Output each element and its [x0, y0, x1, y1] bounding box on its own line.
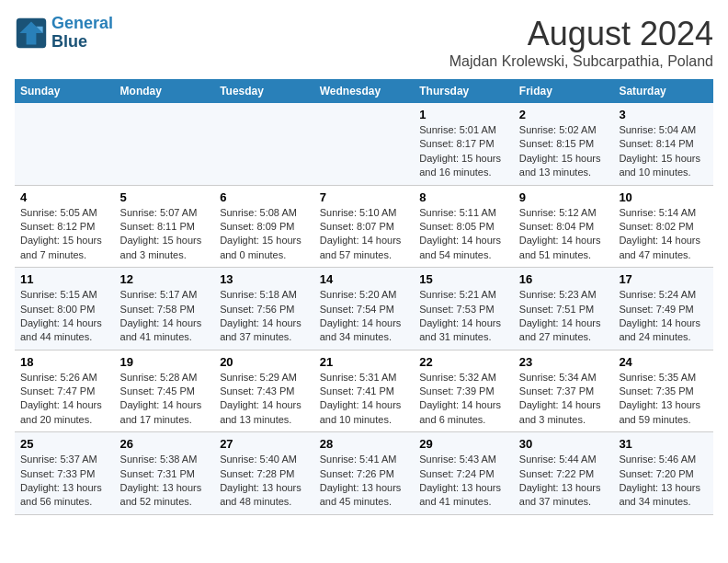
day-info: Sunrise: 5:46 AMSunset: 7:20 PMDaylight:… — [619, 453, 708, 510]
day-cell: 15Sunrise: 5:21 AMSunset: 7:53 PMDayligh… — [414, 268, 514, 350]
day-cell: 19Sunrise: 5:28 AMSunset: 7:45 PMDayligh… — [115, 350, 215, 432]
day-number: 26 — [120, 437, 210, 451]
day-cell: 22Sunrise: 5:32 AMSunset: 7:39 PMDayligh… — [414, 350, 514, 432]
header-cell-tuesday: Tuesday — [214, 79, 314, 103]
day-info: Sunrise: 5:24 AMSunset: 7:49 PMDaylight:… — [619, 288, 708, 345]
day-number: 6 — [220, 190, 309, 204]
day-cell: 7Sunrise: 5:10 AMSunset: 8:07 PMDaylight… — [314, 185, 415, 268]
day-number: 19 — [120, 355, 210, 369]
day-info: Sunrise: 5:12 AMSunset: 8:04 PMDaylight:… — [519, 206, 609, 263]
day-number: 5 — [120, 190, 210, 204]
day-number: 29 — [419, 437, 508, 451]
day-info: Sunrise: 5:10 AMSunset: 8:07 PMDaylight:… — [320, 206, 409, 263]
day-info: Sunrise: 5:28 AMSunset: 7:45 PMDaylight:… — [120, 371, 210, 428]
day-cell: 24Sunrise: 5:35 AMSunset: 7:35 PMDayligh… — [613, 350, 713, 432]
week-row-3: 11Sunrise: 5:15 AMSunset: 8:00 PMDayligh… — [15, 268, 713, 350]
day-info: Sunrise: 5:41 AMSunset: 7:26 PMDaylight:… — [320, 453, 409, 510]
calendar-header: SundayMondayTuesdayWednesdayThursdayFrid… — [15, 79, 713, 103]
title-section: August 2024 Majdan Krolewski, Subcarpath… — [449, 15, 713, 70]
day-number: 14 — [320, 272, 409, 286]
day-cell: 30Sunrise: 5:44 AMSunset: 7:22 PMDayligh… — [514, 432, 614, 515]
day-info: Sunrise: 5:20 AMSunset: 7:54 PMDaylight:… — [320, 288, 409, 345]
day-cell: 1Sunrise: 5:01 AMSunset: 8:17 PMDaylight… — [414, 103, 514, 185]
day-number: 16 — [519, 272, 609, 286]
day-info: Sunrise: 5:31 AMSunset: 7:41 PMDaylight:… — [320, 371, 409, 428]
day-cell: 6Sunrise: 5:08 AMSunset: 8:09 PMDaylight… — [214, 185, 314, 268]
day-number: 30 — [519, 437, 609, 451]
day-cell: 25Sunrise: 5:37 AMSunset: 7:33 PMDayligh… — [15, 432, 115, 515]
day-info: Sunrise: 5:44 AMSunset: 7:22 PMDaylight:… — [519, 453, 609, 510]
day-number: 31 — [619, 437, 708, 451]
day-cell: 16Sunrise: 5:23 AMSunset: 7:51 PMDayligh… — [514, 268, 614, 350]
day-cell — [115, 103, 215, 185]
day-number: 10 — [619, 190, 708, 204]
location-subtitle: Majdan Krolewski, Subcarpathia, Poland — [449, 53, 713, 70]
header-cell-friday: Friday — [514, 79, 614, 103]
day-info: Sunrise: 5:18 AMSunset: 7:56 PMDaylight:… — [220, 288, 309, 345]
day-cell: 17Sunrise: 5:24 AMSunset: 7:49 PMDayligh… — [613, 268, 713, 350]
page-header: General Blue August 2024 Majdan Krolewsk… — [15, 15, 713, 70]
day-info: Sunrise: 5:35 AMSunset: 7:35 PMDaylight:… — [619, 371, 708, 428]
day-info: Sunrise: 5:34 AMSunset: 7:37 PMDaylight:… — [519, 371, 609, 428]
day-cell: 14Sunrise: 5:20 AMSunset: 7:54 PMDayligh… — [314, 268, 415, 350]
day-number: 7 — [320, 190, 409, 204]
day-number: 2 — [519, 108, 609, 121]
day-number: 23 — [519, 355, 609, 369]
day-info: Sunrise: 5:21 AMSunset: 7:53 PMDaylight:… — [419, 288, 508, 345]
logo: General Blue — [15, 15, 113, 52]
day-number: 12 — [120, 272, 210, 286]
calendar-body: 1Sunrise: 5:01 AMSunset: 8:17 PMDaylight… — [15, 103, 713, 514]
day-cell — [214, 103, 314, 185]
logo-text: General Blue — [51, 15, 113, 52]
day-cell: 21Sunrise: 5:31 AMSunset: 7:41 PMDayligh… — [314, 350, 415, 432]
day-info: Sunrise: 5:32 AMSunset: 7:39 PMDaylight:… — [419, 371, 508, 428]
day-info: Sunrise: 5:05 AMSunset: 8:12 PMDaylight:… — [20, 206, 109, 263]
day-number: 28 — [320, 437, 409, 451]
day-info: Sunrise: 5:43 AMSunset: 7:24 PMDaylight:… — [419, 453, 508, 510]
day-number: 4 — [20, 190, 109, 204]
day-cell: 13Sunrise: 5:18 AMSunset: 7:56 PMDayligh… — [214, 268, 314, 350]
day-info: Sunrise: 5:40 AMSunset: 7:28 PMDaylight:… — [220, 453, 309, 510]
day-info: Sunrise: 5:11 AMSunset: 8:05 PMDaylight:… — [419, 206, 508, 263]
day-number: 17 — [619, 272, 708, 286]
day-cell: 10Sunrise: 5:14 AMSunset: 8:02 PMDayligh… — [613, 185, 713, 268]
week-row-4: 18Sunrise: 5:26 AMSunset: 7:47 PMDayligh… — [15, 350, 713, 432]
day-cell: 9Sunrise: 5:12 AMSunset: 8:04 PMDaylight… — [514, 185, 614, 268]
day-number: 3 — [619, 108, 708, 121]
day-cell: 23Sunrise: 5:34 AMSunset: 7:37 PMDayligh… — [514, 350, 614, 432]
day-number: 9 — [519, 190, 609, 204]
day-number: 20 — [220, 355, 309, 369]
day-number: 21 — [320, 355, 409, 369]
day-cell: 5Sunrise: 5:07 AMSunset: 8:11 PMDaylight… — [115, 185, 215, 268]
day-cell: 20Sunrise: 5:29 AMSunset: 7:43 PMDayligh… — [214, 350, 314, 432]
day-cell: 11Sunrise: 5:15 AMSunset: 8:00 PMDayligh… — [15, 268, 115, 350]
day-info: Sunrise: 5:14 AMSunset: 8:02 PMDaylight:… — [619, 206, 708, 263]
header-row: SundayMondayTuesdayWednesdayThursdayFrid… — [15, 79, 713, 103]
day-cell: 12Sunrise: 5:17 AMSunset: 7:58 PMDayligh… — [115, 268, 215, 350]
day-number: 13 — [220, 272, 309, 286]
day-cell: 27Sunrise: 5:40 AMSunset: 7:28 PMDayligh… — [214, 432, 314, 515]
day-info: Sunrise: 5:38 AMSunset: 7:31 PMDaylight:… — [120, 453, 210, 510]
header-cell-saturday: Saturday — [613, 79, 713, 103]
day-cell: 2Sunrise: 5:02 AMSunset: 8:15 PMDaylight… — [514, 103, 614, 185]
day-info: Sunrise: 5:26 AMSunset: 7:47 PMDaylight:… — [20, 371, 109, 428]
day-info: Sunrise: 5:08 AMSunset: 8:09 PMDaylight:… — [220, 206, 309, 263]
day-cell — [15, 103, 115, 185]
header-cell-monday: Monday — [115, 79, 215, 103]
day-number: 25 — [20, 437, 109, 451]
day-info: Sunrise: 5:01 AMSunset: 8:17 PMDaylight:… — [419, 123, 508, 180]
day-number: 18 — [20, 355, 109, 369]
day-number: 1 — [419, 108, 508, 121]
day-number: 15 — [419, 272, 508, 286]
week-row-1: 1Sunrise: 5:01 AMSunset: 8:17 PMDaylight… — [15, 103, 713, 185]
day-cell: 4Sunrise: 5:05 AMSunset: 8:12 PMDaylight… — [15, 185, 115, 268]
header-cell-sunday: Sunday — [15, 79, 115, 103]
calendar-table: SundayMondayTuesdayWednesdayThursdayFrid… — [15, 79, 713, 515]
logo-icon — [15, 17, 48, 50]
day-info: Sunrise: 5:15 AMSunset: 8:00 PMDaylight:… — [20, 288, 109, 345]
day-cell: 18Sunrise: 5:26 AMSunset: 7:47 PMDayligh… — [15, 350, 115, 432]
day-cell: 29Sunrise: 5:43 AMSunset: 7:24 PMDayligh… — [414, 432, 514, 515]
day-number: 27 — [220, 437, 309, 451]
header-cell-thursday: Thursday — [414, 79, 514, 103]
day-number: 11 — [20, 272, 109, 286]
